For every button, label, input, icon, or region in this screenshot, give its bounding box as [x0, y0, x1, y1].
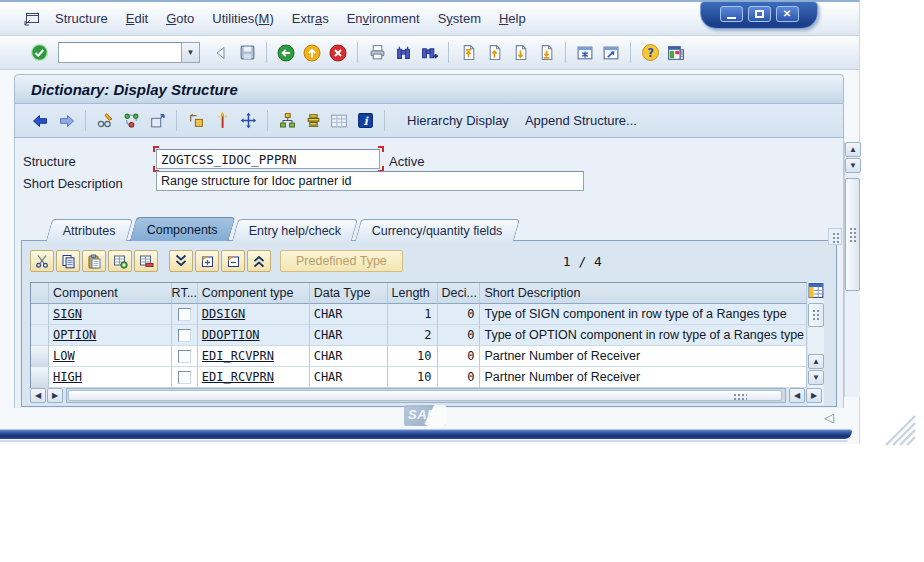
- component-cell[interactable]: SIGN: [49, 304, 172, 325]
- row-selector[interactable]: [31, 325, 49, 346]
- scroll-left-button[interactable]: ◀: [789, 388, 805, 403]
- menu-goto[interactable]: Goto: [157, 8, 203, 29]
- activate-button[interactable]: [210, 109, 234, 133]
- table-scrollbar-thumb[interactable]: [808, 303, 824, 327]
- command-dropdown-icon[interactable]: ▼: [182, 42, 200, 63]
- stack-button[interactable]: [301, 109, 325, 133]
- info-button[interactable]: i: [353, 109, 377, 133]
- move-up-button[interactable]: [247, 250, 271, 272]
- tab-components[interactable]: Components: [129, 217, 235, 241]
- component-type-cell[interactable]: EDI_RCVPRN: [198, 346, 310, 367]
- command-input[interactable]: [58, 42, 182, 63]
- back-button[interactable]: [209, 41, 233, 65]
- header-decimals[interactable]: Deci...: [438, 283, 481, 304]
- resize-grip-icon[interactable]: [876, 412, 916, 446]
- component-type-cell[interactable]: DDOPTION: [198, 325, 310, 346]
- header-short-description[interactable]: Short Description: [480, 283, 807, 304]
- table-view-button[interactable]: [327, 109, 351, 133]
- copy-object-button[interactable]: [145, 109, 169, 133]
- nav-forward-button[interactable]: [54, 109, 78, 133]
- find-button[interactable]: [391, 41, 415, 65]
- menu-system[interactable]: System: [429, 8, 490, 29]
- page-up-button[interactable]: [482, 41, 506, 65]
- component-cell[interactable]: OPTION: [49, 325, 172, 346]
- exit-button[interactable]: [300, 41, 324, 65]
- menu-structure[interactable]: Structure: [46, 8, 117, 29]
- save-button[interactable]: [235, 41, 259, 65]
- window-scrollbar-thumb[interactable]: [845, 178, 860, 291]
- new-session-button[interactable]: [573, 41, 597, 65]
- scroll-left-button[interactable]: ◀: [30, 388, 46, 403]
- component-cell[interactable]: HIGH: [49, 367, 172, 388]
- cut-button[interactable]: [30, 250, 54, 272]
- menu-environment[interactable]: Environment: [338, 8, 429, 29]
- copy-rows-button[interactable]: [56, 250, 80, 272]
- header-length[interactable]: Length: [388, 283, 438, 304]
- tab-entry-help-check[interactable]: Entry help/check: [232, 219, 359, 241]
- table-config-icon[interactable]: [808, 282, 824, 299]
- cancel-button[interactable]: [326, 41, 350, 65]
- rt-checkbox[interactable]: [178, 371, 191, 384]
- delete-row-button[interactable]: [134, 250, 158, 272]
- help-button[interactable]: ?: [638, 41, 662, 65]
- status-collapse-icon[interactable]: ◁: [824, 410, 834, 425]
- find-next-button[interactable]: [417, 41, 441, 65]
- rt-checkbox[interactable]: [178, 350, 191, 363]
- row-selector[interactable]: [31, 367, 49, 388]
- move-button[interactable]: [236, 109, 260, 133]
- header-rt[interactable]: RT...: [172, 283, 198, 304]
- menu-help[interactable]: Help: [490, 8, 535, 29]
- predefined-type-button[interactable]: Predefined Type: [280, 250, 403, 272]
- component-cell[interactable]: LOW: [49, 346, 172, 367]
- header-component[interactable]: Component: [49, 283, 172, 304]
- insert-entry-button[interactable]: [195, 250, 219, 272]
- tab-attributes[interactable]: Attributes: [46, 219, 133, 241]
- component-type-cell[interactable]: EDI_RCVPRN: [198, 367, 310, 388]
- menu-edit[interactable]: Edit: [117, 8, 157, 29]
- page-down-button[interactable]: [508, 41, 532, 65]
- splitter-grip[interactable]: [828, 228, 842, 245]
- menu-utilities[interactable]: Utilities(M): [203, 8, 282, 29]
- minimize-button[interactable]: [720, 6, 743, 22]
- structure-input[interactable]: [156, 149, 380, 169]
- scroll-down-button[interactable]: ▼: [808, 370, 824, 385]
- insert-row-button[interactable]: [108, 250, 132, 272]
- row-selector[interactable]: [31, 346, 49, 367]
- rename-button[interactable]: [184, 109, 208, 133]
- display-change-button[interactable]: [93, 109, 117, 133]
- hscroll-thumb[interactable]: [68, 390, 782, 401]
- create-shortcut-button[interactable]: [599, 41, 623, 65]
- rt-checkbox[interactable]: [178, 329, 191, 342]
- tab-currency-quantity-fields[interactable]: Currency/quantity fields: [355, 219, 520, 241]
- system-menu-icon[interactable]: [24, 12, 40, 26]
- last-page-button[interactable]: [534, 41, 558, 65]
- row-selector[interactable]: [31, 304, 49, 325]
- scroll-up-button[interactable]: ▲: [845, 142, 861, 157]
- move-down-button[interactable]: [169, 250, 193, 272]
- hscroll-track[interactable]: [66, 388, 786, 403]
- close-button[interactable]: ✕: [776, 6, 799, 22]
- header-data-type[interactable]: Data Type: [310, 283, 388, 304]
- short-description-input[interactable]: [156, 171, 584, 191]
- nav-back-button[interactable]: [28, 109, 52, 133]
- scroll-right-button[interactable]: ▶: [47, 388, 63, 403]
- rt-checkbox[interactable]: [178, 308, 191, 321]
- print-button[interactable]: [365, 41, 389, 65]
- customize-layout-button[interactable]: [664, 41, 688, 65]
- component-type-cell[interactable]: DDSIGN: [198, 304, 310, 325]
- header-component-type[interactable]: Component type: [198, 283, 310, 304]
- hierarchy-display-link[interactable]: Hierarchy Display: [407, 113, 509, 128]
- menu-extras[interactable]: Extras: [283, 8, 338, 29]
- refresh-button[interactable]: [119, 109, 143, 133]
- enter-button[interactable]: [27, 41, 51, 65]
- first-page-button[interactable]: [456, 41, 480, 65]
- scroll-up-button[interactable]: ▲: [808, 354, 824, 369]
- scroll-right-button[interactable]: ▶: [806, 388, 822, 403]
- hierarchy-button[interactable]: [275, 109, 299, 133]
- append-structure-link[interactable]: Append Structure...: [525, 113, 637, 128]
- maximize-button[interactable]: [748, 6, 771, 22]
- scroll-down-button[interactable]: ▼: [845, 158, 861, 173]
- back-nav-button[interactable]: [274, 41, 298, 65]
- delete-entry-button[interactable]: [221, 250, 245, 272]
- paste-button[interactable]: [82, 250, 106, 272]
